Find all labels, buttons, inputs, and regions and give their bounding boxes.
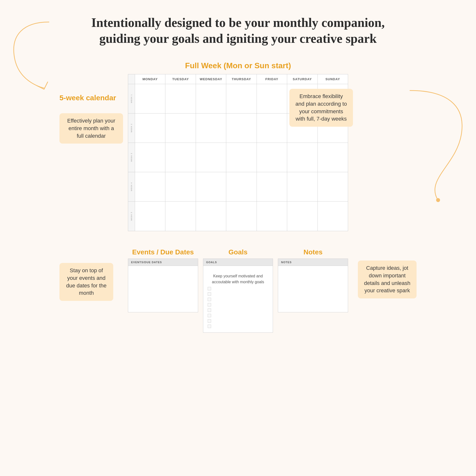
- week2-fri: [257, 114, 287, 143]
- goal-item-3: [208, 298, 269, 301]
- week4-thu: [226, 172, 256, 201]
- goal-item-1: [208, 287, 269, 290]
- day-header-mon: MONDAY: [135, 74, 165, 84]
- week2-tue: [165, 114, 196, 143]
- week1-tue: [165, 84, 196, 113]
- week-3-label-cell: WEEK 3: [128, 143, 135, 172]
- events-title: Events / Due Dates: [132, 248, 194, 256]
- week-4-label: WEEK 4: [130, 182, 133, 191]
- week-4-label-cell: WEEK 4: [128, 172, 135, 201]
- goal-checkbox-1: [208, 287, 211, 290]
- week5-sat: [287, 202, 318, 231]
- day-header-sat: SATURDAY: [287, 74, 318, 84]
- week-row-4: WEEK 4: [128, 172, 348, 202]
- goals-panel: GOALS Keep yourself motivated and accout…: [203, 258, 273, 333]
- calendar-header-row: MONDAY TUESDAY WEDNESDAY THURSDAY FRIDAY…: [128, 74, 348, 84]
- events-panel-body: [128, 266, 198, 310]
- notes-tooltip: Capture ideas, jot down important detail…: [358, 260, 417, 298]
- week-row-5: WEEK 5: [128, 202, 348, 231]
- week2-wed: [196, 114, 226, 143]
- week4-tue: [165, 172, 196, 201]
- week4-sat: [287, 172, 318, 201]
- week3-mon: [135, 143, 165, 172]
- main-title: Intentionally designed to be your monthl…: [91, 15, 385, 47]
- day-header-fri: FRIDAY: [257, 74, 287, 84]
- goal-item-6: [208, 314, 269, 317]
- events-panel-header: EVENTS/DUE DATES: [128, 259, 198, 266]
- week1-wed: [196, 84, 226, 113]
- content-area: Full Week (Mon or Sun start) 5-week cale…: [67, 61, 409, 333]
- week5-thu: [226, 202, 256, 231]
- goal-checkbox-8: [208, 324, 211, 328]
- goal-item-2: [208, 292, 269, 296]
- notes-panel-body: [278, 266, 348, 310]
- week-2-label-cell: WEEK 2: [128, 114, 135, 143]
- events-tooltip: Stay on top of your events and due dates…: [59, 263, 113, 301]
- week5-mon: [135, 202, 165, 231]
- goal-item-7: [208, 319, 269, 323]
- bottom-sections: Stay on top of your events and due dates…: [128, 248, 348, 333]
- goal-item-5: [208, 308, 269, 312]
- week-1-label: WEEK 1: [130, 94, 133, 103]
- week3-tue: [165, 143, 196, 172]
- week5-wed: [196, 202, 226, 231]
- goals-col: Goals GOALS Keep yourself motivated and …: [203, 248, 273, 333]
- week-5-label-cell: WEEK 5: [128, 202, 135, 231]
- notes-title: Notes: [304, 248, 323, 256]
- goals-center-text: Keep yourself motivated and accoutable w…: [206, 273, 271, 285]
- week-label-col-header: [128, 74, 135, 84]
- week-2-label: WEEK 2: [130, 123, 133, 132]
- week3-sun: [318, 143, 348, 172]
- day-header-wed: WEDNESDAY: [196, 74, 226, 84]
- day-header-tue: TUESDAY: [165, 74, 196, 84]
- week3-sat: [287, 143, 318, 172]
- goal-checkbox-7: [208, 319, 211, 323]
- week3-fri: [257, 143, 287, 172]
- week-5-label: WEEK 5: [130, 212, 133, 221]
- week5-fri: [257, 202, 287, 231]
- goals-panel-body: Keep yourself motivated and accoutable w…: [203, 266, 273, 332]
- goal-checkbox-4: [208, 303, 211, 306]
- week4-mon: [135, 172, 165, 201]
- goal-checkbox-3: [208, 298, 211, 301]
- calendar-section: Full Week (Mon or Sun start) 5-week cale…: [67, 61, 409, 231]
- goal-checkbox-6: [208, 314, 211, 317]
- notes-panel-header: NOTES: [278, 259, 348, 266]
- week1-thu: [226, 84, 256, 113]
- page-wrapper: Intentionally designed to be your monthl…: [0, 0, 476, 476]
- week5-sun: [318, 202, 348, 231]
- calendar-tooltip-right: Embrace flexibility and plan according t…: [289, 89, 353, 127]
- goals-list: [206, 285, 271, 330]
- day-header-thu: THURSDAY: [226, 74, 256, 84]
- day-header-sun: SUNDAY: [318, 74, 348, 84]
- notes-panel: NOTES: [278, 258, 348, 312]
- week1-fri: [257, 84, 287, 113]
- week5-tue: [165, 202, 196, 231]
- week-3-label: WEEK 3: [130, 153, 133, 162]
- goals-title: Goals: [228, 248, 248, 256]
- week4-fri: [257, 172, 287, 201]
- week-row-3: WEEK 3: [128, 143, 348, 172]
- week2-thu: [226, 114, 256, 143]
- goal-checkbox-5: [208, 308, 211, 312]
- week4-wed: [196, 172, 226, 201]
- goal-item-8: [208, 324, 269, 328]
- week1-mon: [135, 84, 165, 113]
- five-week-label: 5-week calendar: [59, 94, 116, 102]
- week-1-label-cell: WEEK 1: [128, 84, 135, 113]
- calendar-section-title: Full Week (Mon or Sun start): [185, 61, 291, 70]
- events-panel: EVENTS/DUE DATES: [128, 258, 198, 312]
- week3-wed: [196, 143, 226, 172]
- events-col: Events / Due Dates EVENTS/DUE DATES: [128, 248, 198, 333]
- goals-panel-header: GOALS: [203, 259, 273, 266]
- week2-mon: [135, 114, 165, 143]
- week4-sun: [318, 172, 348, 201]
- notes-col: Notes NOTES: [278, 248, 348, 333]
- goal-checkbox-2: [208, 292, 211, 296]
- goal-item-4: [208, 303, 269, 306]
- week3-thu: [226, 143, 256, 172]
- calendar-wrapper: 5-week calendar Effectively plan your en…: [128, 74, 348, 231]
- calendar-tooltip-left: Effectively plan your entire month with …: [59, 113, 123, 144]
